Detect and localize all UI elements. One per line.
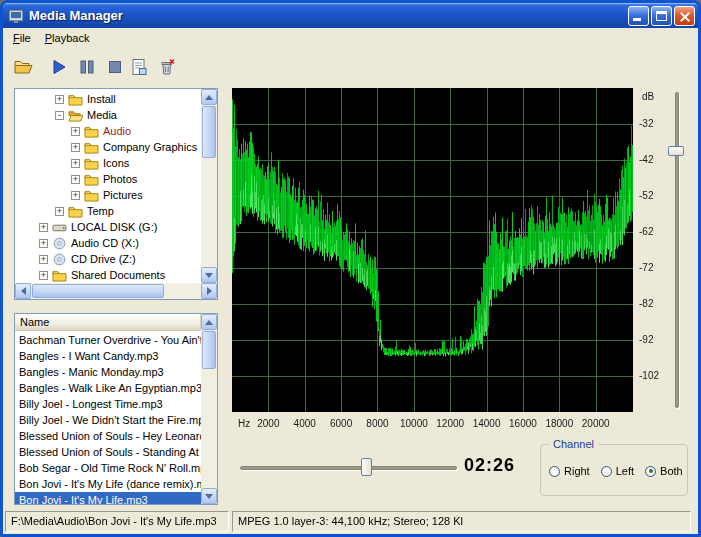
y-axis-tick: -42 (639, 154, 653, 165)
folder-icon (84, 157, 99, 170)
file-item[interactable]: Bon Jovi - It's My Life (dance remix).mp (15, 476, 201, 492)
tree-expander-icon[interactable]: - (55, 111, 64, 120)
title-bar[interactable]: Media Manager (3, 3, 698, 28)
pause-button[interactable] (76, 56, 98, 78)
scroll-up-button[interactable] (201, 314, 217, 330)
maximize-button[interactable] (651, 6, 672, 26)
file-item[interactable]: Bon Jovi - It's My Life.mp3 (15, 492, 201, 504)
tree-item-temp[interactable]: +Temp (15, 203, 201, 219)
seek-slider-thumb[interactable] (361, 458, 372, 476)
y-axis-tick: -52 (639, 190, 653, 201)
open-button[interactable] (12, 56, 34, 78)
tree-expander-icon[interactable]: + (55, 95, 64, 104)
cd-icon (52, 253, 67, 266)
radio-left[interactable]: Left (601, 465, 634, 477)
stop-button[interactable] (104, 56, 126, 78)
tree-expander-icon[interactable]: + (55, 207, 64, 216)
tree-item-photos[interactable]: +Photos (15, 171, 201, 187)
tree-expander-icon[interactable]: + (39, 271, 48, 280)
playlist-button[interactable] (128, 56, 150, 78)
volume-slider-track[interactable] (675, 92, 679, 408)
x-axis-tick: 6000 (330, 418, 352, 429)
tree-item-install[interactable]: +Install (15, 91, 201, 107)
tree-item-icons[interactable]: +Icons (15, 155, 201, 171)
scroll-up-button[interactable] (201, 89, 217, 105)
menu-item-file[interactable]: File (6, 29, 38, 47)
tree-item-audio-cd-x[interactable]: +Audio CD (X:) (15, 235, 201, 251)
tree-expander-icon[interactable]: + (71, 127, 80, 136)
tree-expander-icon[interactable]: + (71, 191, 80, 200)
list-scrollbar-thumb[interactable] (202, 331, 216, 369)
file-item[interactable]: Bangles - I Want Candy.mp3 (15, 348, 201, 364)
tree-item-audio[interactable]: +Audio (15, 123, 201, 139)
y-axis-tick: -102 (639, 370, 659, 381)
tree-item-shared-documents[interactable]: +Shared Documents (15, 267, 201, 283)
radio-icon (645, 466, 656, 477)
y-axis-tick: -32 (639, 118, 653, 129)
x-axis-unit: Hz (238, 418, 250, 429)
scroll-down-button[interactable] (201, 267, 217, 283)
file-item[interactable]: Bangles - Walk Like An Egyptian.mp3 (15, 380, 201, 396)
tree-item-cd-drive-z[interactable]: +CD Drive (Z:) (15, 251, 201, 267)
tree-expander-icon[interactable]: + (39, 239, 48, 248)
tree-item-media[interactable]: -Media (15, 107, 201, 123)
y-axis-tick: -92 (639, 334, 653, 345)
x-axis-tick: 18000 (545, 418, 573, 429)
tree-expander-icon[interactable]: + (71, 159, 80, 168)
folder-icon (84, 173, 99, 186)
x-axis-tick: 20000 (582, 418, 610, 429)
tree-expander-icon[interactable]: + (71, 143, 80, 152)
window-title: Media Manager (29, 8, 123, 23)
folder-tree-panel: +Install-Media+Audio+Company Graphics+Ic… (14, 88, 218, 300)
delete-button[interactable] (156, 56, 178, 78)
tree-expander-icon[interactable]: + (39, 223, 48, 232)
tree-item-local-disk-g[interactable]: +LOCAL DISK (G:) (15, 219, 201, 235)
y-axis-tick: -62 (639, 226, 653, 237)
time-display: 02:26 (464, 455, 515, 476)
list-vertical-scrollbar[interactable] (201, 314, 217, 504)
statusbar-format-info: MPEG 1.0 layer-3: 44,100 kHz; Stereo; 12… (232, 511, 691, 532)
column-header-name[interactable]: Name (15, 314, 201, 331)
x-axis-tick: 16000 (509, 418, 537, 429)
scroll-down-button[interactable] (201, 488, 217, 504)
file-list: Bachman Turner Overdrive - You Ain'tBang… (15, 331, 201, 504)
file-item[interactable]: Blessed Union of Souls - Standing At T (15, 444, 201, 460)
file-item[interactable]: Billy Joel - Longest Time.mp3 (15, 396, 201, 412)
radio-right[interactable]: Right (549, 465, 590, 477)
trash-icon (157, 57, 177, 77)
x-axis-tick: 2000 (257, 418, 279, 429)
file-item[interactable]: Billy Joel - We Didn't Start the Fire.mp… (15, 412, 201, 428)
tree-item-pictures[interactable]: +Pictures (15, 187, 201, 203)
radio-icon (601, 466, 612, 477)
scroll-right-button[interactable] (201, 283, 217, 299)
file-list-panel: Name Bachman Turner Overdrive - You Ain'… (14, 313, 218, 505)
file-item[interactable]: Bachman Turner Overdrive - You Ain't (15, 332, 201, 348)
open-folder-icon (13, 57, 33, 77)
x-axis-tick: 10000 (400, 418, 428, 429)
tree-vertical-scrollbar[interactable] (201, 89, 217, 283)
tree-horizontal-scrollbar[interactable] (15, 283, 217, 299)
minimize-button[interactable] (628, 6, 649, 26)
tree-expander-icon[interactable]: + (71, 175, 80, 184)
volume-slider-thumb[interactable] (668, 146, 684, 156)
file-item[interactable]: Bob Segar - Old Time Rock N' Roll.mp (15, 460, 201, 476)
menu-item-playback[interactable]: Playback (38, 29, 97, 47)
channel-groupbox-label: Channel (549, 438, 598, 450)
file-item[interactable]: Blessed Union of Souls - Hey Leonardo (15, 428, 201, 444)
toolbar (3, 48, 698, 84)
play-button[interactable] (48, 56, 70, 78)
seek-slider-track[interactable] (240, 466, 457, 470)
scroll-left-button[interactable] (15, 283, 31, 299)
folder-icon (52, 269, 67, 282)
close-button[interactable] (674, 6, 695, 26)
tree-expander-icon[interactable]: + (39, 255, 48, 264)
tree-hscrollbar-thumb[interactable] (32, 284, 164, 298)
y-axis-unit: dB (642, 91, 654, 102)
statusbar-file-path: F:\Media\Audio\Bon Jovi - It's My Life.m… (5, 511, 229, 532)
tree-item-company-graphics[interactable]: +Company Graphics (15, 139, 201, 155)
radio-both[interactable]: Both (645, 465, 683, 477)
arrow-up-icon (205, 95, 213, 100)
channel-groupbox: Channel RightLeftBoth (540, 444, 688, 496)
file-item[interactable]: Bangles - Manic Monday.mp3 (15, 364, 201, 380)
tree-scrollbar-thumb[interactable] (202, 106, 216, 158)
